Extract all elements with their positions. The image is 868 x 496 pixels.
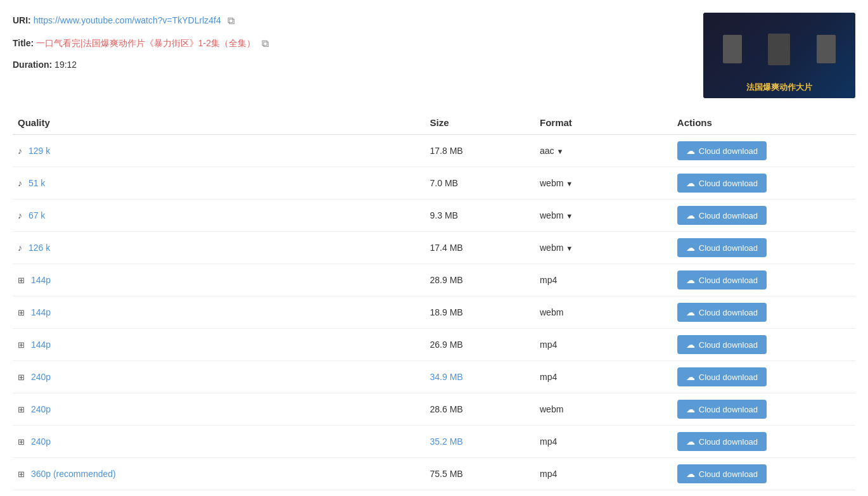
duration-label: Duration:	[13, 60, 52, 70]
quality-link[interactable]: 240p	[31, 436, 51, 447]
download-btn-label: Cloud download	[699, 276, 758, 285]
format-value: webm	[540, 210, 563, 220]
quality-link[interactable]: 144p	[31, 275, 51, 285]
download-btn-label: Cloud download	[699, 146, 758, 156]
size-cell: 17.8 MB	[425, 135, 535, 167]
cloud-download-button[interactable]: ☁ Cloud download	[677, 400, 767, 419]
uri-link[interactable]: https://www.youtube.com/watch?v=TkYDLrlz…	[34, 15, 221, 25]
title-text: 一口气看完|法国爆爽动作片《暴力街区》1-2集（全集）	[36, 37, 255, 48]
download-btn-label: Cloud download	[699, 405, 758, 414]
download-btn-label: Cloud download	[699, 372, 758, 382]
table-row: ⊞ 360p (recommended) 75.5 MB mp4 ☁ Cloud…	[13, 458, 855, 490]
video-thumbnail: 法国爆爽动作大片	[703, 13, 855, 98]
title-row: Title: 一口气看完|法国爆爽动作片《暴力街区》1-2集（全集） ⧉	[13, 35, 703, 52]
format-value: webm	[540, 243, 563, 253]
quality-cell: ♪ 51 k	[13, 167, 425, 200]
format-cell: mp4	[535, 264, 672, 296]
title-label: Title:	[13, 37, 34, 48]
format-value: mp4	[540, 372, 557, 382]
quality-link[interactable]: 126 k	[29, 243, 50, 253]
video-icon: ⊞	[18, 372, 25, 382]
size-cell: 17.4 MB	[425, 232, 535, 264]
actions-cell: ☁ Cloud download	[672, 426, 855, 458]
video-icon: ⊞	[18, 469, 25, 479]
cloud-download-button[interactable]: ☁ Cloud download	[677, 432, 767, 451]
cloud-download-button[interactable]: ☁ Cloud download	[677, 367, 767, 386]
table-row: ⊞ 144p 26.9 MB mp4 ☁ Cloud download	[13, 329, 855, 361]
table-row: ♪ 51 k 7.0 MB webm ▼ ☁ Cloud download	[13, 167, 855, 200]
actions-cell: ☁ Cloud download	[672, 167, 855, 200]
quality-link[interactable]: 51 k	[29, 178, 45, 188]
quality-cell: ⊞ 360p (recommended)	[13, 458, 425, 490]
quality-cell: ⊞ 240p	[13, 361, 425, 393]
video-icon: ⊞	[18, 405, 25, 414]
quality-cell: ⊞ 144p	[13, 264, 425, 296]
quality-link[interactable]: 240p	[31, 372, 51, 382]
audio-icon: ♪	[18, 210, 22, 220]
cloud-icon: ☁	[686, 436, 695, 447]
video-icon: ⊞	[18, 276, 25, 285]
download-btn-label: Cloud download	[699, 340, 758, 350]
cloud-download-button[interactable]: ☁ Cloud download	[677, 141, 767, 160]
quality-link[interactable]: 144p	[31, 340, 51, 350]
format-value: aac	[540, 146, 554, 156]
thumbnail-image: 法国爆爽动作大片	[703, 13, 855, 98]
download-btn-label: Cloud download	[699, 437, 758, 447]
cloud-download-button[interactable]: ☁ Cloud download	[677, 270, 767, 289]
cloud-icon: ☁	[686, 372, 695, 382]
audio-icon: ♪	[18, 178, 22, 188]
meta-info: URI: https://www.youtube.com/watch?v=TkY…	[13, 13, 703, 79]
cloud-download-button[interactable]: ☁ Cloud download	[677, 206, 767, 225]
quality-link[interactable]: 240p	[31, 404, 51, 414]
size-cell: 35.2 MB	[425, 426, 535, 458]
size-cell: 9.3 MB	[425, 200, 535, 232]
size-value: 28.9 MB	[430, 275, 463, 285]
format-cell: mp4	[535, 329, 672, 361]
format-value: webm	[540, 178, 563, 188]
cloud-download-button[interactable]: ☁ Cloud download	[677, 464, 767, 483]
size-value: 28.6 MB	[430, 404, 463, 414]
format-cell: webm ▼	[535, 200, 672, 232]
download-btn-label: Cloud download	[699, 469, 758, 479]
cloud-download-button[interactable]: ☁ Cloud download	[677, 335, 767, 354]
actions-cell: ☁ Cloud download	[672, 264, 855, 296]
quality-cell: ♪ 126 k	[13, 232, 425, 264]
video-icon: ⊞	[18, 437, 25, 447]
format-cell: mp4	[535, 426, 672, 458]
cloud-icon: ☁	[686, 146, 695, 156]
quality-link[interactable]: 360p (recommended)	[31, 469, 116, 479]
table-row: ⊞ 240p 35.2 MB mp4 ☁ Cloud download	[13, 426, 855, 458]
uri-row: URI: https://www.youtube.com/watch?v=TkY…	[13, 13, 703, 29]
cloud-download-button[interactable]: ☁ Cloud download	[677, 174, 767, 193]
uri-label: URI:	[13, 15, 31, 25]
cloud-icon: ☁	[686, 275, 695, 285]
size-value: 26.9 MB	[430, 340, 463, 350]
format-cell: aac ▼	[535, 135, 672, 167]
copy-uri-icon[interactable]: ⧉	[227, 13, 234, 29]
duration-value: 19:12	[54, 60, 77, 70]
cloud-icon: ☁	[686, 307, 695, 317]
format-value: webm	[540, 307, 563, 317]
format-value: mp4	[540, 275, 557, 285]
quality-link[interactable]: 144p	[31, 307, 51, 317]
cloud-icon: ☁	[686, 243, 695, 253]
download-btn-label: Cloud download	[699, 179, 758, 188]
size-cell: 7.0 MB	[425, 167, 535, 200]
quality-cell: ♪ 67 k	[13, 200, 425, 232]
quality-link[interactable]: 129 k	[29, 146, 50, 156]
quality-cell: ⊞ 144p	[13, 329, 425, 361]
quality-link[interactable]: 67 k	[29, 210, 45, 220]
cloud-download-button[interactable]: ☁ Cloud download	[677, 303, 767, 322]
size-value: 7.0 MB	[430, 178, 458, 188]
copy-title-icon[interactable]: ⧉	[262, 35, 269, 52]
format-cell: webm ▼	[535, 167, 672, 200]
cloud-download-button[interactable]: ☁ Cloud download	[677, 238, 767, 257]
size-value: 17.4 MB	[430, 243, 463, 253]
audio-icon: ♪	[18, 243, 22, 253]
actions-cell: ☁ Cloud download	[672, 329, 855, 361]
size-value: 34.9 MB	[430, 372, 463, 382]
actions-cell: ☁ Cloud download	[672, 200, 855, 232]
size-value: 18.9 MB	[430, 307, 463, 317]
actions-cell: ☁ Cloud download	[672, 458, 855, 490]
quality-cell: ⊞ 144p	[13, 296, 425, 329]
